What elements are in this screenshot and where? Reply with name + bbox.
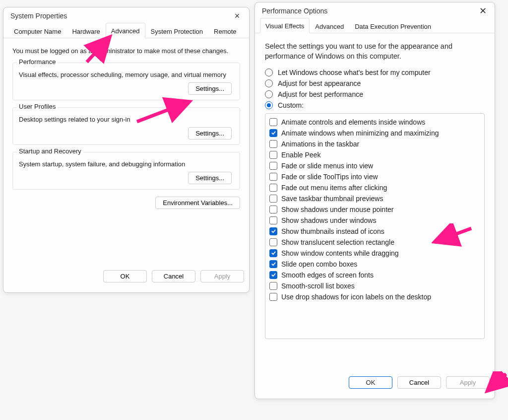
radio-option[interactable]: Adjust for best performance [265, 90, 485, 98]
content-area: Select the settings you want to use for … [255, 33, 495, 345]
checkbox-icon[interactable] [269, 206, 277, 213]
tab-advanced[interactable]: Advanced [106, 23, 145, 38]
radio-label: Custom: [278, 101, 304, 109]
checkbox-icon[interactable] [269, 162, 277, 170]
option-row[interactable]: Slide open combo boxes [269, 259, 480, 270]
checkbox-icon[interactable] [269, 195, 277, 203]
content-area: You must be logged on as an Administrato… [3, 38, 249, 215]
option-label: Use drop shadows for icon labels on the … [281, 293, 431, 301]
cancel-button[interactable]: Cancel [397, 376, 441, 389]
dialog-title: System Properties [10, 12, 67, 20]
close-icon[interactable]: × [232, 11, 242, 20]
tabstrip: Visual EffectsAdvancedData Execution Pre… [255, 17, 495, 33]
checkbox-icon[interactable] [269, 216, 277, 224]
tab-visual-effects[interactable]: Visual Effects [260, 18, 310, 33]
radio-icon[interactable] [265, 69, 273, 76]
checkbox-icon[interactable] [269, 140, 277, 148]
option-row[interactable]: Show thumbnails instead of icons [269, 226, 480, 237]
option-row[interactable]: Smooth-scroll list boxes [269, 280, 480, 291]
performance-settings-button[interactable]: Settings... [188, 82, 232, 95]
option-label: Smooth-scroll list boxes [281, 282, 355, 290]
option-row[interactable]: Fade or slide ToolTips into view [269, 171, 480, 182]
intro-text: You must be logged on as an Administrato… [12, 47, 240, 55]
tab-remote[interactable]: Remote [208, 23, 242, 38]
group-title: Startup and Recovery [17, 147, 83, 155]
checkbox-icon[interactable] [269, 227, 277, 235]
option-row[interactable]: Fade out menu items after clicking [269, 182, 480, 193]
option-row[interactable]: Animate controls and elements inside win… [269, 117, 480, 128]
startup-settings-button[interactable]: Settings... [188, 172, 232, 184]
option-row[interactable]: Animations in the taskbar [269, 139, 480, 149]
tab-advanced[interactable]: Advanced [310, 18, 349, 33]
checkbox-icon[interactable] [269, 271, 277, 279]
checkbox-icon[interactable] [269, 173, 277, 181]
option-label: Animate windows when minimizing and maxi… [281, 129, 439, 137]
cancel-button[interactable]: Cancel [152, 270, 195, 282]
checkbox-icon[interactable] [269, 293, 277, 301]
option-label: Animate controls and elements inside win… [281, 118, 425, 126]
option-label: Enable Peek [281, 151, 320, 159]
option-label: Animations in the taskbar [281, 140, 359, 148]
radio-option[interactable]: Adjust for best appearance [265, 79, 485, 87]
option-row[interactable]: Show shadows under windows [269, 215, 480, 226]
radio-label: Adjust for best appearance [278, 79, 361, 87]
option-row[interactable]: Use drop shadows for icon labels on the … [269, 291, 480, 302]
tab-data-execution-prevention[interactable]: Data Execution Prevention [349, 18, 437, 33]
performance-group: Performance Visual effects, processor sc… [12, 63, 240, 100]
option-row[interactable]: Animate windows when minimizing and maxi… [269, 128, 480, 139]
titlebar: System Properties × [3, 7, 249, 22]
option-label: Show translucent selection rectangle [281, 238, 394, 246]
checkbox-icon[interactable] [269, 129, 277, 137]
apply-button[interactable]: Apply [446, 376, 490, 389]
option-row[interactable]: Enable Peek [269, 149, 480, 160]
dialog-buttons: OK Cancel Apply [255, 372, 495, 394]
close-icon[interactable]: ✕ [478, 6, 488, 15]
options-checklist[interactable]: Animate controls and elements inside win… [265, 113, 485, 339]
checkbox-icon[interactable] [269, 238, 277, 246]
option-label: Show thumbnails instead of icons [281, 227, 384, 235]
tabstrip: Computer NameHardwareAdvancedSystem Prot… [3, 22, 249, 38]
user-profiles-settings-button[interactable]: Settings... [188, 127, 232, 140]
radio-option[interactable]: Let Windows choose what's best for my co… [265, 69, 485, 76]
radio-label: Let Windows choose what's best for my co… [278, 69, 431, 76]
tab-hardware[interactable]: Hardware [66, 23, 105, 38]
group-desc: Desktop settings related to your sign-in [19, 116, 234, 123]
ok-button[interactable]: OK [349, 376, 392, 389]
radio-icon[interactable] [265, 90, 273, 98]
apply-button[interactable]: Apply [200, 270, 244, 282]
option-row[interactable]: Show translucent selection rectangle [269, 237, 480, 248]
checkbox-icon[interactable] [269, 249, 277, 257]
option-label: Fade out menu items after clicking [281, 184, 387, 192]
option-label: Fade or slide ToolTips into view [281, 173, 378, 181]
group-desc: System startup, system failure, and debu… [19, 160, 234, 168]
option-label: Smooth edges of screen fonts [281, 271, 374, 279]
tab-system-protection[interactable]: System Protection [145, 23, 209, 38]
option-row[interactable]: Fade or slide menus into view [269, 160, 480, 171]
option-row[interactable]: Save taskbar thumbnail previews [269, 193, 480, 204]
tab-computer-name[interactable]: Computer Name [8, 23, 66, 38]
ok-button[interactable]: OK [103, 270, 147, 282]
group-desc: Visual effects, processor scheduling, me… [19, 71, 234, 78]
radio-option[interactable]: Custom: [265, 101, 485, 109]
option-row[interactable]: Show shadows under mouse pointer [269, 204, 480, 215]
option-label: Show shadows under windows [281, 216, 376, 224]
checkbox-icon[interactable] [269, 118, 277, 126]
option-row[interactable]: Show window contents while dragging [269, 248, 480, 259]
checkbox-icon[interactable] [269, 184, 277, 192]
option-label: Show window contents while dragging [281, 249, 399, 257]
intro-text: Select the settings you want to use for … [265, 41, 485, 62]
environment-variables-button[interactable]: Environment Variables... [155, 197, 240, 209]
checkbox-icon[interactable] [269, 282, 277, 290]
option-label: Save taskbar thumbnail previews [281, 195, 383, 203]
checkbox-icon[interactable] [269, 260, 277, 268]
radio-icon[interactable] [265, 79, 273, 87]
option-label: Show shadows under mouse pointer [281, 206, 393, 213]
option-row[interactable]: Smooth edges of screen fonts [269, 270, 480, 280]
dialog-buttons: OK Cancel Apply [3, 266, 249, 287]
user-profiles-group: User Profiles Desktop settings related t… [12, 107, 240, 145]
radio-icon[interactable] [265, 101, 273, 109]
checkbox-icon[interactable] [269, 151, 277, 159]
dialog-title: Performance Options [262, 7, 327, 15]
startup-group: Startup and Recovery System startup, sys… [12, 152, 240, 190]
performance-options-dialog: Performance Options ✕ Visual EffectsAdva… [254, 2, 495, 399]
